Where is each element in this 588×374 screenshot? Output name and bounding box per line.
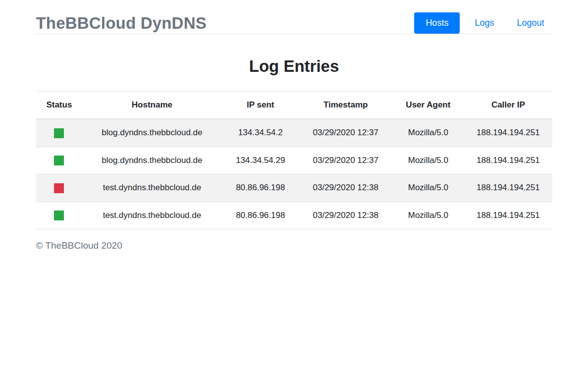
ip-sent-cell: 134.34.54.2 <box>222 119 299 147</box>
page-container: TheBBCloud DynDNS HostsLogsLogout Log En… <box>36 0 552 251</box>
status-cell <box>36 202 83 229</box>
copyright-text: © TheBBCloud 2020 <box>36 240 122 251</box>
hostname-cell: blog.dyndns.thebbcloud.de <box>82 147 221 174</box>
column-header-timestamp: Timestamp <box>299 92 392 119</box>
user-agent-cell: Mozilla/5.0 <box>392 119 464 147</box>
timestamp-cell: 03/29/2020 12:37 <box>299 147 392 174</box>
page-title: Log Entries <box>36 57 552 76</box>
timestamp-cell: 03/29/2020 12:38 <box>299 174 392 202</box>
app-title: TheBBCloud DynDNS <box>36 14 207 33</box>
timestamp-cell: 03/29/2020 12:37 <box>299 119 392 147</box>
user-agent-cell: Mozilla/5.0 <box>392 147 464 174</box>
caller-ip-cell: 188.194.194.251 <box>464 119 552 147</box>
user-agent-cell: Mozilla/5.0 <box>392 174 464 202</box>
table-header: StatusHostnameIP sentTimestampUser Agent… <box>36 92 552 119</box>
column-header-caller-ip: Caller IP <box>464 92 552 119</box>
site-header: TheBBCloud DynDNS HostsLogsLogout <box>36 0 552 34</box>
main-nav: HostsLogsLogout <box>407 12 552 34</box>
column-header-ip-sent: IP sent <box>222 92 299 119</box>
status-success-icon <box>54 211 64 220</box>
caller-ip-cell: 188.194.194.251 <box>464 147 552 174</box>
status-cell <box>36 147 83 174</box>
user-agent-cell: Mozilla/5.0 <box>392 202 464 229</box>
hostname-cell: test.dyndns.thebbcloud.de <box>82 202 221 229</box>
caller-ip-cell: 188.194.194.251 <box>464 174 552 202</box>
footer-divider <box>36 229 552 229</box>
table-row: test.dyndns.thebbcloud.de80.86.96.19803/… <box>36 174 552 202</box>
hostname-cell: test.dyndns.thebbcloud.de <box>82 174 221 202</box>
ip-sent-cell: 80.86.96.198 <box>222 202 299 229</box>
status-success-icon <box>54 156 64 165</box>
hostname-cell: blog.dyndns.thebbcloud.de <box>82 119 221 147</box>
table-row: blog.dyndns.thebbcloud.de134.34.54.2903/… <box>36 147 552 174</box>
main-content: Log Entries StatusHostnameIP sentTimesta… <box>36 57 552 229</box>
log-entries-table: StatusHostnameIP sentTimestampUser Agent… <box>36 91 552 229</box>
table-row: test.dyndns.thebbcloud.de80.86.96.19803/… <box>36 202 552 229</box>
status-cell <box>36 174 83 202</box>
status-error-icon <box>54 183 64 193</box>
timestamp-cell: 03/29/2020 12:38 <box>299 202 392 229</box>
column-header-hostname: Hostname <box>82 92 221 119</box>
caller-ip-cell: 188.194.194.251 <box>464 202 552 229</box>
ip-sent-cell: 134.34.54.29 <box>222 147 299 174</box>
table-header-row: StatusHostnameIP sentTimestampUser Agent… <box>36 92 552 119</box>
column-header-user-agent: User Agent <box>392 92 464 119</box>
nav-item-logout[interactable]: Logout <box>509 12 552 34</box>
column-header-status: Status <box>36 92 83 119</box>
header-divider <box>36 34 552 34</box>
site-footer: © TheBBCloud 2020 <box>36 240 552 251</box>
nav-item-hosts[interactable]: Hosts <box>414 12 460 34</box>
ip-sent-cell: 80.86.96.198 <box>222 174 299 202</box>
status-success-icon <box>54 128 64 138</box>
nav-item-logs[interactable]: Logs <box>467 12 502 34</box>
table-row: blog.dyndns.thebbcloud.de134.34.54.203/2… <box>36 119 552 147</box>
status-cell <box>36 119 83 147</box>
table-body: blog.dyndns.thebbcloud.de134.34.54.203/2… <box>36 119 552 229</box>
